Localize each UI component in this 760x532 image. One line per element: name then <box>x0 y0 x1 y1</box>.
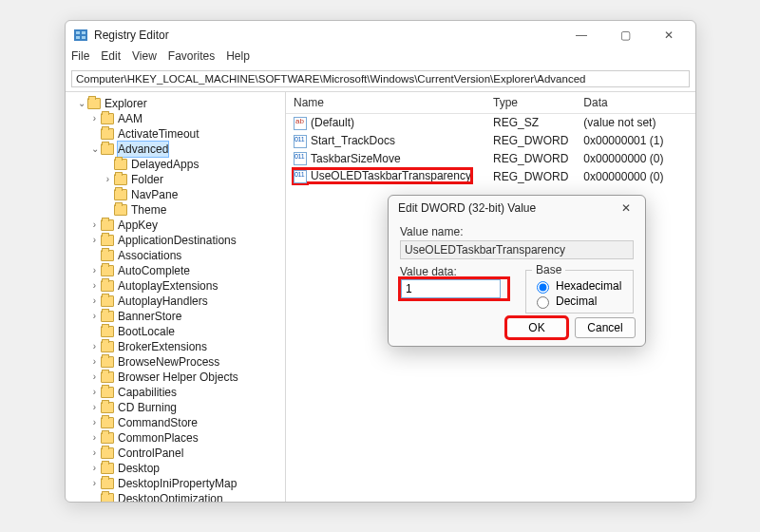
tree-item[interactable]: ⌄Advanced <box>77 142 285 157</box>
menubar: File Edit View Favorites Help <box>66 49 695 68</box>
col-type[interactable]: Type <box>485 92 576 114</box>
tree-item[interactable]: ›BannerStore <box>77 309 285 324</box>
tree-item[interactable]: ›BrokerExtensions <box>77 339 285 354</box>
tree-item[interactable]: ›ApplicationDestinations <box>77 233 285 248</box>
base-fieldset: Base Hexadecimal Decimal <box>525 263 634 314</box>
tree-item[interactable]: ›AAM <box>77 111 285 126</box>
tree-item[interactable]: ›AutoplayExtensions <box>77 278 285 294</box>
svg-rect-1 <box>76 31 80 34</box>
menu-help[interactable]: Help <box>226 49 250 68</box>
tree-item[interactable]: NavPane <box>77 187 285 202</box>
svg-rect-3 <box>76 36 80 39</box>
close-button[interactable]: ✕ <box>656 28 682 42</box>
menu-favorites[interactable]: Favorites <box>168 49 215 68</box>
tree-item[interactable]: Associations <box>77 248 285 263</box>
minimize-button[interactable]: — <box>568 28 595 42</box>
value-data-label: Value data: <box>400 265 508 278</box>
value-row[interactable]: TaskbarSizeMoveREG_DWORD0x00000000 (0) <box>286 150 695 168</box>
value-name-label: Value name: <box>400 225 634 238</box>
cancel-button[interactable]: Cancel <box>575 317 636 338</box>
tree-item[interactable]: DelayedApps <box>77 157 285 172</box>
tree-item[interactable]: ›Browser Helper Objects <box>77 370 285 385</box>
radio-dec[interactable] <box>537 296 549 309</box>
value-row[interactable]: Start_TrackDocsREG_DWORD0x00000001 (1) <box>286 132 695 150</box>
radio-hex-label: Hexadecimal <box>556 279 621 293</box>
tree-item[interactable]: ›Capabilities <box>77 385 285 400</box>
tree-item[interactable]: ›Folder <box>77 172 285 187</box>
dialog-close-button[interactable]: ✕ <box>617 201 636 215</box>
col-name[interactable]: Name <box>286 92 485 114</box>
col-data[interactable]: Data <box>576 92 695 114</box>
menu-edit[interactable]: Edit <box>101 49 121 68</box>
value-name-field: UseOLEDTaskbarTransparency <box>400 240 634 259</box>
string-icon <box>294 117 307 130</box>
menu-file[interactable]: File <box>71 49 89 68</box>
tree-item[interactable]: ⌄Explorer <box>77 96 285 111</box>
svg-rect-2 <box>82 31 86 34</box>
address-bar[interactable]: Computer\HKEY_LOCAL_MACHINE\SOFTWARE\Mic… <box>71 70 690 87</box>
ok-button[interactable]: OK <box>506 317 567 338</box>
tree-item[interactable]: ›BrowseNewProcess <box>77 354 285 370</box>
tree-item[interactable]: ›CommonPlaces <box>77 430 285 446</box>
dialog-title: Edit DWORD (32-bit) Value <box>398 201 617 215</box>
radio-dec-label: Decimal <box>556 294 597 308</box>
tree-item[interactable]: Theme <box>77 202 285 218</box>
dword-icon <box>294 170 307 183</box>
tree-item[interactable]: ›AppKey <box>77 218 285 233</box>
tree-item[interactable]: ›Desktop <box>77 461 285 476</box>
value-row[interactable]: (Default)REG_SZ(value not set) <box>286 114 695 132</box>
tree-item[interactable]: DesktopOptimization <box>77 491 285 502</box>
radio-hex[interactable] <box>537 281 549 294</box>
tree-item[interactable]: ActivateTimeout <box>77 126 285 142</box>
tree-item[interactable]: ›AutoComplete <box>77 263 285 278</box>
tree-item[interactable]: ›CD Burning <box>77 400 285 415</box>
tree-item[interactable]: ›DesktopIniPropertyMap <box>77 476 285 491</box>
tree-item[interactable]: ›ControlPanel <box>77 446 285 461</box>
svg-rect-4 <box>82 36 86 39</box>
tree-item[interactable]: ›CommandStore <box>77 415 285 430</box>
menu-view[interactable]: View <box>132 49 157 68</box>
tree-item[interactable]: ›AutoplayHandlers <box>77 294 285 309</box>
window-title: Registry Editor <box>94 28 568 42</box>
titlebar: Registry Editor — ▢ ✕ <box>66 21 695 49</box>
tree-pane[interactable]: ⌄Explorer›AAMActivateTimeout⌄AdvancedDel… <box>66 92 286 502</box>
maximize-button[interactable]: ▢ <box>612 28 638 42</box>
base-legend: Base <box>532 263 565 276</box>
app-icon <box>73 28 88 43</box>
dword-icon <box>294 152 307 165</box>
value-row[interactable]: UseOLEDTaskbarTransparencyREG_DWORD0x000… <box>286 167 695 185</box>
tree-item[interactable]: BootLocale <box>77 324 285 339</box>
svg-rect-0 <box>74 29 87 41</box>
edit-dword-dialog: Edit DWORD (32-bit) Value ✕ Value name: … <box>388 195 646 347</box>
value-data-input[interactable] <box>401 279 501 298</box>
dword-icon <box>294 135 307 148</box>
